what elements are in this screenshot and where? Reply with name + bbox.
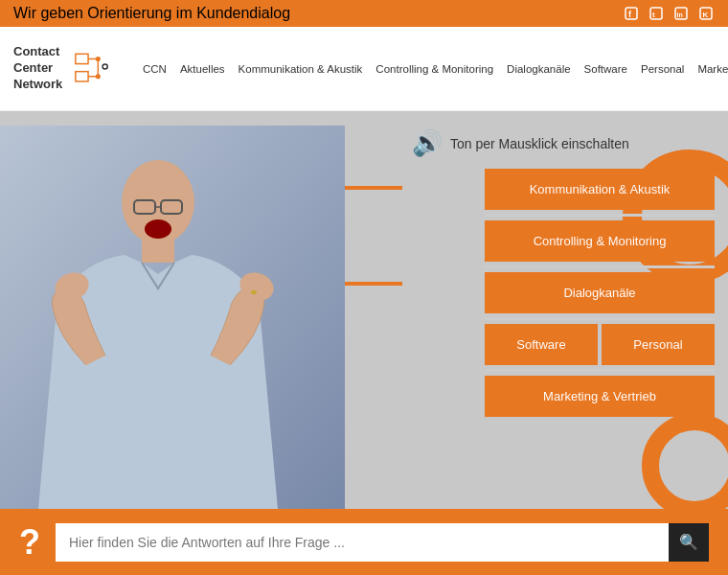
separator-2 (485, 265, 715, 268)
search-button-icon: 🔍 (679, 533, 698, 551)
facebook-icon[interactable]: f (623, 5, 640, 22)
nav-ccn[interactable]: CCN (138, 59, 171, 79)
svg-point-24 (145, 219, 171, 239)
top-tagline: Wir geben Orientierung im Kundendialog (13, 5, 290, 22)
separator-3 (485, 317, 715, 320)
twitter-icon[interactable]: t (648, 5, 665, 22)
main-nav: CCN Aktuelles Kommunikation & Akustik Co… (138, 58, 728, 80)
decorative-circle-bottom-right (642, 413, 728, 509)
svg-text:K: K (703, 11, 709, 19)
btn-row-software-personal: Software Personal (485, 324, 715, 365)
svg-rect-0 (626, 8, 637, 19)
svg-text:f: f (628, 10, 632, 19)
nav-controlling[interactable]: Controlling & Monitoring (371, 59, 498, 79)
svg-point-13 (96, 57, 101, 61)
hero-image (0, 126, 345, 509)
sound-control[interactable]: 🔊 Ton per Mausklick einschalten (412, 128, 629, 158)
separator-4 (485, 369, 715, 372)
nav-software[interactable]: Software (580, 59, 632, 79)
svg-text:in: in (677, 12, 683, 18)
question-mark: ? (19, 522, 40, 563)
svg-rect-25 (142, 239, 174, 263)
search-container: 🔍 (56, 523, 709, 562)
nav-dialogkanaele[interactable]: Dialogkanäle (502, 59, 576, 79)
top-bar: Wir geben Orientierung im Kundendialog f… (0, 0, 728, 27)
btn-controlling[interactable]: Controlling & Monitoring (485, 220, 715, 262)
hero-section: 🔊 Ton per Mausklick einschalten Kommunik… (0, 111, 728, 509)
btn-marketing[interactable]: Marketing & Vertrieb (485, 376, 715, 417)
svg-point-14 (96, 75, 101, 80)
hero-menu: Kommunikation & Akustik Controlling & Mo… (485, 169, 715, 417)
bottom-search-bar: ? 🔍 (0, 509, 728, 575)
social-icons: f t in K (623, 5, 715, 22)
btn-software[interactable]: Software (485, 324, 598, 365)
logo[interactable]: Contact Center Network (13, 44, 138, 93)
logo-graphic (70, 47, 112, 89)
sound-icon: 🔊 (412, 128, 443, 158)
svg-rect-9 (76, 72, 88, 81)
header: Contact Center Network CCN Aktuelles Kom… (0, 27, 728, 111)
svg-rect-8 (76, 55, 88, 64)
linkedin-icon[interactable]: in (672, 5, 690, 22)
svg-text:t: t (652, 11, 655, 19)
svg-rect-28 (251, 290, 257, 294)
nav-aktuelles[interactable]: Aktuelles (175, 59, 230, 79)
separator-1 (485, 214, 715, 217)
svg-point-15 (102, 64, 107, 69)
logo-text: Contact Center Network (13, 44, 62, 93)
btn-dialogkanaele[interactable]: Dialogkanäle (485, 272, 715, 313)
nav-marketing[interactable]: Marketing (693, 59, 728, 79)
nav-personal[interactable]: Personal (636, 59, 689, 79)
search-button[interactable]: 🔍 (669, 523, 709, 562)
xing-icon[interactable]: K (697, 5, 715, 22)
sound-text: Ton per Mausklick einschalten (450, 136, 629, 151)
btn-personal[interactable]: Personal (602, 324, 715, 365)
btn-kommunikation[interactable]: Kommunikation & Akustik (485, 169, 715, 210)
nav-kommunikation[interactable]: Kommunikation & Akustik (234, 59, 368, 79)
search-input[interactable] (56, 523, 669, 562)
